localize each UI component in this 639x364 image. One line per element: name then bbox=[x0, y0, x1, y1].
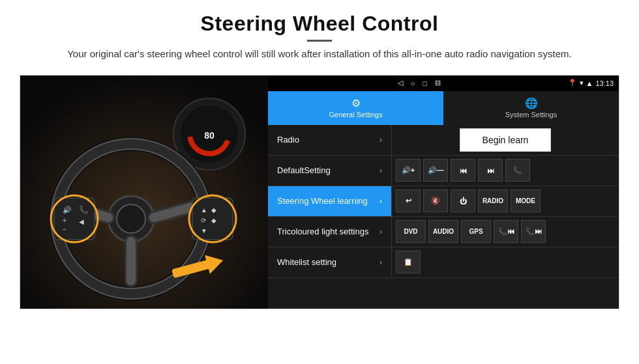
hang-up-btn[interactable]: ↩ bbox=[396, 189, 421, 212]
tricoloured-label: Tricoloured light settings bbox=[277, 227, 368, 236]
menu-row-radio: Radio › Begin learn bbox=[268, 125, 619, 156]
phone-prev-btn[interactable]: 📞⏮ bbox=[494, 220, 518, 243]
menu-row-tricoloured: Tricoloured light settings › DVD AUDIO G… bbox=[268, 217, 619, 247]
menu-row-whitelist: Whitelist setting › 📋 bbox=[268, 247, 619, 278]
menu-row-steering: Steering Wheel learning › ↩ 🔇 ⏻ RADIO MO… bbox=[268, 186, 619, 217]
android-panel: ◁ ○ □ ⊟ 📍 ▾ ▲ 13:13 ⚙ General Settings bbox=[268, 76, 619, 309]
signal-icon: ▲ bbox=[586, 79, 593, 87]
menu-item-steering[interactable]: Steering Wheel learning › bbox=[268, 186, 392, 216]
tab-system[interactable]: 🌐 System Settings bbox=[443, 91, 619, 125]
menu-item-tricoloured[interactable]: Tricoloured light settings › bbox=[268, 217, 392, 247]
mode-btn[interactable]: MODE bbox=[511, 189, 541, 212]
svg-text:◀: ◀ bbox=[79, 218, 84, 225]
vol-down-btn[interactable]: 🔊— bbox=[423, 159, 448, 182]
tricoloured-chevron: › bbox=[379, 227, 382, 236]
content-area: 80 bbox=[20, 75, 619, 309]
default-chevron: › bbox=[379, 166, 382, 175]
page-wrapper: Steering Wheel Control Your original car… bbox=[0, 0, 639, 364]
time-display: 13:13 bbox=[595, 79, 614, 87]
title-section: Steering Wheel Control Your original car… bbox=[67, 12, 572, 71]
whitelist-chevron: › bbox=[379, 258, 382, 267]
menu-item-whitelist[interactable]: Whitelist setting › bbox=[268, 247, 392, 277]
vol-up-btn[interactable]: 🔊+ bbox=[396, 159, 421, 182]
svg-text:📞: 📞 bbox=[79, 204, 89, 214]
audio-btn[interactable]: AUDIO bbox=[428, 220, 458, 243]
wifi-icon: ▾ bbox=[580, 79, 584, 87]
radio-label: Radio bbox=[277, 135, 299, 145]
dvd-btn[interactable]: DVD bbox=[396, 220, 426, 243]
menu-row-default: DefaultSetting › 🔊+ 🔊— ⏮ ⏭ 📞 bbox=[268, 156, 619, 186]
gps-btn[interactable]: GPS bbox=[461, 220, 491, 243]
list-btn[interactable]: 📋 bbox=[396, 251, 421, 273]
svg-text:80: 80 bbox=[204, 130, 215, 141]
nav-recent-icon[interactable]: □ bbox=[423, 79, 427, 87]
steering-label: Steering Wheel learning bbox=[277, 196, 368, 206]
title-divider bbox=[307, 40, 332, 42]
radio-chevron: › bbox=[379, 135, 382, 145]
radio-btn[interactable]: RADIO bbox=[478, 189, 508, 212]
steering-chevron: › bbox=[379, 197, 382, 206]
page-subtitle: Your original car's steering wheel contr… bbox=[67, 47, 572, 62]
power-btn[interactable]: ⏻ bbox=[451, 189, 475, 212]
nav-back-icon[interactable]: ◁ bbox=[398, 79, 403, 87]
whitelist-label: Whitelist setting bbox=[277, 257, 336, 267]
tab-system-label: System Settings bbox=[505, 111, 557, 119]
general-settings-icon: ⚙ bbox=[351, 97, 361, 109]
prev-track-btn[interactable]: ⏮ bbox=[451, 159, 475, 182]
status-bar: ◁ ○ □ ⊟ 📍 ▾ ▲ 13:13 bbox=[268, 76, 619, 91]
steering-wheel-image: 80 bbox=[20, 76, 268, 309]
svg-rect-17 bbox=[54, 198, 95, 240]
status-icons: 📍 ▾ ▲ 13:13 bbox=[568, 79, 614, 87]
radio-controls: Begin learn bbox=[392, 125, 619, 155]
tab-general-label: General Settings bbox=[329, 111, 383, 119]
svg-point-10 bbox=[117, 204, 145, 233]
begin-learn-button[interactable]: Begin learn bbox=[460, 128, 551, 152]
phone-btn[interactable]: 📞 bbox=[505, 159, 530, 182]
svg-text:−: − bbox=[63, 226, 67, 233]
svg-text:⟳: ⟳ bbox=[201, 217, 207, 224]
menu-item-radio[interactable]: Radio › bbox=[268, 125, 392, 155]
svg-text:◆: ◆ bbox=[211, 217, 216, 224]
tab-general[interactable]: ⚙ General Settings bbox=[268, 91, 443, 125]
svg-text:🔊: 🔊 bbox=[63, 205, 72, 214]
page-title: Steering Wheel Control bbox=[67, 12, 572, 36]
system-settings-icon: 🌐 bbox=[525, 97, 538, 109]
nav-icons: ◁ ○ □ ⊟ bbox=[273, 79, 565, 87]
svg-text:▼: ▼ bbox=[201, 227, 207, 234]
location-icon: 📍 bbox=[568, 79, 577, 87]
svg-text:+: + bbox=[63, 217, 67, 224]
tab-bar: ⚙ General Settings 🌐 System Settings bbox=[268, 91, 619, 125]
nav-home-icon[interactable]: ○ bbox=[411, 79, 415, 87]
next-track-btn[interactable]: ⏭ bbox=[478, 159, 503, 182]
default-label: DefaultSetting bbox=[277, 165, 331, 175]
nav-menu-icon[interactable]: ⊟ bbox=[435, 79, 441, 87]
svg-text:◆: ◆ bbox=[211, 206, 216, 214]
svg-text:▲: ▲ bbox=[201, 206, 207, 214]
phone-next-btn[interactable]: 📞⏭ bbox=[521, 220, 546, 243]
menu-item-default[interactable]: DefaultSetting › bbox=[268, 156, 392, 186]
mute-btn[interactable]: 🔇 bbox=[423, 189, 448, 212]
